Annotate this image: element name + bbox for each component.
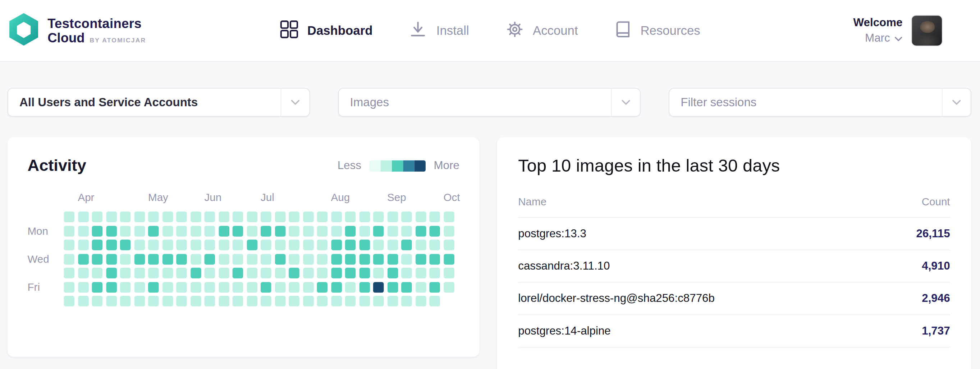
image-name: cassandra:3.11.10 (518, 260, 610, 273)
legend-swatch (392, 160, 403, 171)
heatmap-cell (289, 211, 299, 222)
month-label: Jul (261, 192, 274, 204)
heatmap-cell (232, 240, 243, 250)
nav-install-label: Install (436, 23, 469, 38)
column-name: Name (518, 196, 546, 209)
heatmap-cell (78, 296, 88, 307)
heatmap-cell (232, 296, 243, 307)
heatmap-cell (247, 268, 258, 279)
heatmap-cell (219, 268, 229, 279)
table-header: Name Count (518, 196, 950, 218)
heatmap-cell (401, 254, 412, 264)
heatmap-cell (289, 296, 299, 307)
heatmap-cell (345, 254, 356, 264)
heatmap-cell (134, 296, 145, 307)
heatmap-cell (331, 254, 342, 264)
heatmap-cell (106, 211, 117, 222)
heatmap-cell (331, 240, 342, 250)
heatmap-cell (317, 254, 328, 264)
heatmap-cell (204, 254, 215, 264)
chevron-down-icon (611, 89, 640, 116)
heatmap-cell (78, 225, 88, 236)
heatmap-cell (429, 268, 440, 279)
user-menu[interactable]: Marc (853, 32, 903, 45)
chevron-down-icon (942, 89, 970, 116)
users-filter-value: All Users and Service Accounts (8, 95, 281, 109)
heatmap-cell (92, 268, 103, 279)
heatmap-cell (373, 268, 384, 279)
brand-text: Testcontainers Cloud BY ATOMICJAR (48, 16, 146, 45)
heatmap-cell (204, 296, 215, 307)
nav-dashboard[interactable]: Dashboard (280, 20, 372, 42)
users-filter-select[interactable]: All Users and Service Accounts (8, 88, 310, 117)
table-row: postgres:14-alpine 1,737 (518, 315, 950, 347)
heatmap-cell (303, 240, 313, 250)
heatmap-cell (134, 254, 145, 264)
legend-more-label: More (434, 159, 460, 172)
heatmap-cell (415, 254, 426, 264)
heatmap-cell (359, 254, 370, 264)
heatmap-cell (148, 282, 159, 293)
sessions-filter-select[interactable]: Filter sessions (669, 88, 971, 117)
heatmap-cell (275, 268, 285, 279)
heatmap-cell (373, 282, 384, 293)
images-filter-placeholder: Images (339, 95, 611, 109)
user-avatar[interactable] (912, 15, 943, 46)
heatmap-cell (162, 225, 173, 236)
heatmap-cell (162, 254, 173, 264)
day-label: Wed (27, 254, 49, 264)
legend-swatch (403, 160, 414, 171)
heatmap-cell (401, 268, 412, 279)
nav-resources[interactable]: Resources (614, 21, 700, 41)
nav-install[interactable]: Install (409, 20, 469, 42)
heatmap-cell (64, 240, 75, 250)
heatmap-cell (120, 296, 131, 307)
heatmap-cell (134, 268, 145, 279)
heatmap-cell (219, 254, 229, 264)
nav-account[interactable]: Account (505, 20, 578, 42)
heatmap-cell (261, 268, 271, 279)
heatmap-cell (373, 240, 384, 250)
image-name: postgres:13.3 (518, 227, 586, 241)
welcome-text: Welcome (853, 16, 903, 29)
testcontainers-logo-icon (8, 13, 40, 49)
heatmap-cell (275, 240, 285, 250)
brand-logo[interactable]: Testcontainers Cloud BY ATOMICJAR (8, 13, 146, 49)
heatmap-cell (443, 282, 454, 293)
heatmap-cell (387, 254, 398, 264)
heatmap-cell (92, 240, 103, 250)
heatmap-cell (162, 211, 173, 222)
gear-icon (505, 20, 524, 42)
column-count: Count (922, 196, 950, 209)
heatmap-cell (415, 240, 426, 250)
heatmap-cell (92, 296, 103, 307)
heatmap-cell (148, 296, 159, 307)
heatmap-cell (232, 225, 243, 236)
heatmap-cell (232, 211, 243, 222)
heatmap-cell (190, 296, 201, 307)
heatmap-cell (303, 282, 313, 293)
heatmap-cell (64, 225, 75, 236)
heatmap-cell (303, 211, 313, 222)
heatmap-cell (106, 296, 117, 307)
heatmap-day-labels: MonWedFri (27, 211, 64, 306)
heatmap-cell (387, 240, 398, 250)
image-name: postgres:14-alpine (518, 325, 611, 338)
heatmap-cell (373, 211, 384, 222)
month-label: Sep (387, 192, 406, 204)
heatmap-cell (120, 225, 131, 236)
heatmap-cell (303, 268, 313, 279)
heatmap-cell (106, 240, 117, 250)
month-label: Jun (204, 192, 221, 204)
images-filter-select[interactable]: Images (338, 88, 641, 117)
heatmap-cell (331, 225, 342, 236)
heatmap-cell (247, 282, 258, 293)
top-images-card: Top 10 images in the last 30 days Name C… (497, 137, 971, 369)
heatmap-cell (176, 225, 187, 236)
filter-row: All Users and Service Accounts Images Fi… (8, 88, 971, 117)
heatmap-cell (275, 211, 285, 222)
heatmap-cell (429, 240, 440, 250)
heatmap-cell (232, 282, 243, 293)
heatmap-cell (401, 211, 412, 222)
heatmap-cell (261, 240, 271, 250)
